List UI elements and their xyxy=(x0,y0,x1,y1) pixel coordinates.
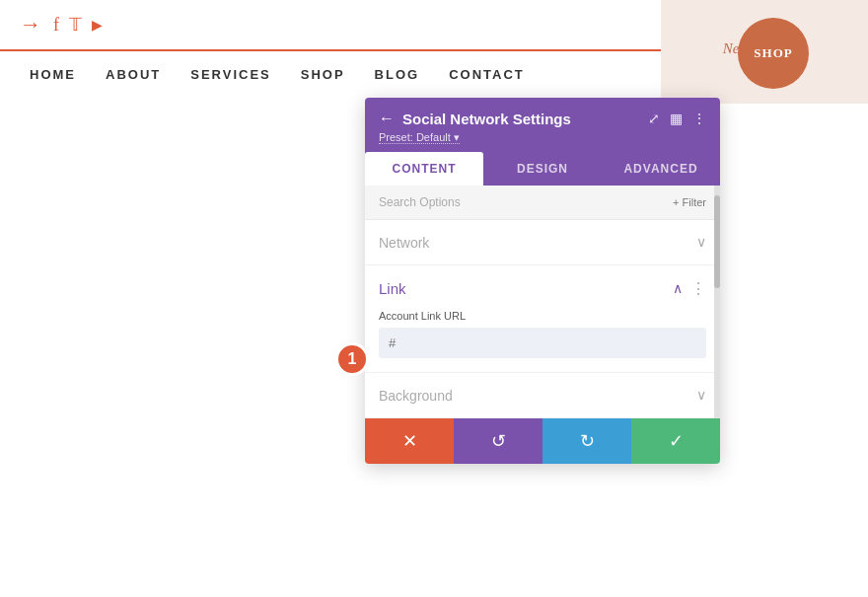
save-button[interactable]: ✓ xyxy=(631,418,720,464)
background-section[interactable]: Background ∨ xyxy=(365,373,720,418)
account-link-url-input[interactable] xyxy=(379,328,706,358)
panel-header-top: ← Social Network Settings ⤢ ▦ ⋮ xyxy=(379,110,706,127)
panel-title-group: ← Social Network Settings xyxy=(379,110,571,127)
arrow-icon: → xyxy=(20,12,41,37)
nav-item-shop[interactable]: SHOP xyxy=(301,67,345,82)
nav-item-about[interactable]: ABOUT xyxy=(106,67,161,82)
twitter-icon[interactable]: 𝕋 xyxy=(69,14,82,36)
link-header-icons: ∧ ⋮ xyxy=(673,279,706,298)
redo-button[interactable]: ↻ xyxy=(542,418,631,464)
shop-button[interactable]: SHOP xyxy=(738,18,809,89)
link-body: Account Link URL xyxy=(365,306,720,372)
link-section: Link ∧ ⋮ Account Link URL xyxy=(365,265,720,373)
top-bar-left: → f 𝕋 ▶ xyxy=(20,12,103,37)
filter-button[interactable]: + Filter xyxy=(673,196,706,208)
expand-icon[interactable]: ⤢ xyxy=(648,111,660,127)
panel-body: Search Options + Filter Network ∨ Link ∧… xyxy=(365,186,720,418)
network-label: Network xyxy=(379,235,429,251)
promo-box: New Arrivals! SHOP xyxy=(661,0,868,104)
link-label: Link xyxy=(379,280,406,297)
network-chevron-icon: ∨ xyxy=(696,234,706,251)
top-bar: → f 𝕋 ▶ New Arrivals! SHOP xyxy=(0,0,868,51)
search-row: Search Options + Filter xyxy=(365,186,720,220)
panel-header-icons: ⤢ ▦ ⋮ xyxy=(648,111,706,127)
nav-item-services[interactable]: SERVICES xyxy=(190,67,271,82)
tab-advanced[interactable]: ADVANCED xyxy=(602,152,720,186)
link-more-icon[interactable]: ⋮ xyxy=(690,279,706,298)
network-section[interactable]: Network ∨ xyxy=(365,220,720,265)
main-area: 1 ← Social Network Settings ⤢ ▦ ⋮ Preset… xyxy=(0,98,868,117)
nav-item-home[interactable]: HOME xyxy=(30,67,76,82)
search-placeholder[interactable]: Search Options xyxy=(379,195,461,209)
settings-panel: ← Social Network Settings ⤢ ▦ ⋮ Preset: … xyxy=(365,98,720,464)
link-header[interactable]: Link ∧ ⋮ xyxy=(365,265,720,306)
undo-button[interactable]: ↺ xyxy=(454,418,542,464)
nav-item-contact[interactable]: CONTACT xyxy=(449,67,525,82)
cancel-button[interactable]: ✕ xyxy=(365,418,454,464)
youtube-icon[interactable]: ▶ xyxy=(92,17,103,34)
background-chevron-icon: ∨ xyxy=(696,387,706,404)
panel-title: Social Network Settings xyxy=(402,111,571,127)
more-icon[interactable]: ⋮ xyxy=(692,111,706,127)
social-icons: f 𝕋 ▶ xyxy=(53,14,103,36)
layout-icon[interactable]: ▦ xyxy=(670,111,683,127)
field-label: Account Link URL xyxy=(379,310,706,322)
link-chevron-up-icon[interactable]: ∧ xyxy=(673,280,683,297)
scrollbar[interactable] xyxy=(714,186,720,418)
tab-design[interactable]: DESIGN xyxy=(483,152,602,186)
step-badge: 1 xyxy=(335,342,369,376)
facebook-icon[interactable]: f xyxy=(53,15,59,36)
background-label: Background xyxy=(379,388,453,404)
tab-content[interactable]: CONTENT xyxy=(365,152,483,186)
back-icon[interactable]: ← xyxy=(379,110,395,127)
nav-item-blog[interactable]: BLOG xyxy=(375,67,420,82)
panel-tabs: CONTENT DESIGN ADVANCED xyxy=(365,152,720,186)
panel-header: ← Social Network Settings ⤢ ▦ ⋮ Preset: … xyxy=(365,98,720,152)
scrollbar-thumb xyxy=(714,195,720,288)
panel-preset[interactable]: Preset: Default ▾ xyxy=(379,131,706,144)
action-bar: ✕ ↺ ↻ ✓ xyxy=(365,418,720,464)
